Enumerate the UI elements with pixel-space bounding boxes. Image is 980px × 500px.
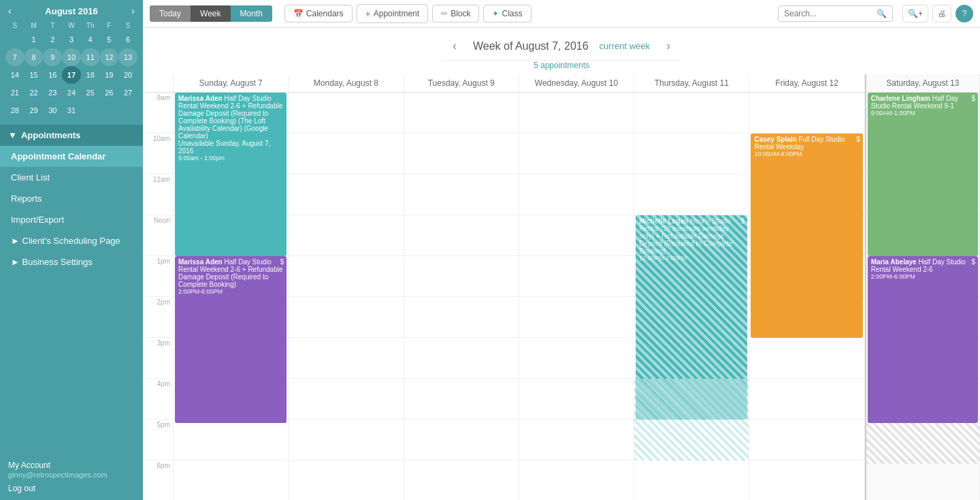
hour-block[interactable] [634, 174, 749, 215]
hour-block[interactable] [289, 420, 403, 460]
mini-cal-day[interactable]: 9 [43, 48, 62, 66]
next-month-button[interactable]: › [129, 5, 137, 16]
hour-block[interactable] [404, 215, 519, 256]
hour-block[interactable] [749, 338, 864, 379]
hour-block[interactable] [404, 297, 519, 338]
mini-cal-day[interactable]: 16 [43, 66, 62, 84]
print-button[interactable]: 🖨 [932, 5, 951, 22]
mini-cal-day[interactable]: 11 [81, 48, 100, 66]
mini-cal-day[interactable]: 5 [100, 31, 119, 48]
mini-cal-day[interactable]: 19 [100, 66, 119, 84]
mini-cal-day[interactable]: 4 [81, 31, 100, 48]
mini-cal-day[interactable]: 2 [43, 31, 62, 48]
mini-cal-day[interactable]: 20 [118, 66, 137, 84]
hour-block[interactable] [174, 420, 288, 460]
hour-block[interactable] [749, 93, 864, 134]
hour-block[interactable] [519, 297, 634, 338]
help-button[interactable]: ? [956, 5, 973, 22]
today-button[interactable]: Today [150, 5, 191, 22]
zoom-button[interactable]: 🔍+ [902, 5, 928, 22]
logout-button[interactable]: Log out [8, 484, 135, 493]
hour-block[interactable] [404, 174, 519, 215]
hour-block[interactable] [404, 460, 519, 500]
mini-cal-day[interactable]: 25 [81, 84, 100, 101]
hour-block[interactable] [749, 420, 864, 460]
hour-block[interactable] [519, 460, 634, 500]
calendars-button[interactable]: 📅 Calendars [284, 5, 353, 22]
search-box[interactable]: 🔍 [778, 5, 893, 22]
hour-block[interactable] [634, 134, 749, 174]
mini-cal-day[interactable]: 7 [5, 48, 24, 66]
hour-block[interactable] [404, 256, 519, 297]
event-block[interactable]: Marissa Aden Half Day Studio Rental Week… [175, 93, 287, 256]
mini-cal-day[interactable]: 18 [81, 66, 100, 84]
event-block[interactable]: $Charlene Lingham Half Day Studio Rental… [868, 93, 978, 256]
sidebar-item-client-list[interactable]: Client List [0, 167, 143, 188]
hour-block[interactable] [404, 134, 519, 174]
hour-block[interactable] [289, 256, 403, 297]
hour-block[interactable] [749, 460, 864, 500]
mini-cal-day[interactable]: 13 [118, 48, 137, 66]
hour-block[interactable] [404, 338, 519, 379]
hour-block[interactable] [289, 379, 403, 420]
hour-block[interactable] [289, 297, 403, 338]
mini-cal-day[interactable]: 14 [5, 66, 24, 84]
search-input[interactable] [784, 9, 872, 18]
event-block[interactable]: $Maria Abelaye Half Day Studio Rental We… [868, 256, 978, 423]
mini-cal-day[interactable]: 29 [24, 101, 44, 119]
hour-block[interactable] [519, 215, 634, 256]
mini-cal-day[interactable]: 8 [24, 48, 44, 66]
hour-block[interactable] [634, 460, 749, 500]
next-week-button[interactable]: › [661, 37, 676, 54]
mini-cal-day[interactable]: 15 [24, 66, 44, 84]
hour-block[interactable] [519, 379, 634, 420]
hour-block[interactable] [289, 93, 403, 134]
hour-block[interactable] [174, 460, 288, 500]
user-email[interactable]: ginny@retrospectimages.com [8, 471, 108, 479]
mini-cal-day[interactable]: 1 [24, 31, 44, 48]
mini-cal-day[interactable]: 30 [43, 101, 62, 119]
hour-block[interactable] [749, 379, 864, 420]
hour-block[interactable] [289, 215, 403, 256]
mini-cal-day[interactable]: 23 [43, 84, 62, 101]
mini-cal-day[interactable]: 28 [5, 101, 24, 119]
hour-block[interactable] [519, 93, 634, 134]
month-button[interactable]: Month [231, 5, 272, 22]
sidebar-item-reports[interactable]: Reports [0, 188, 143, 209]
hour-block[interactable] [289, 338, 403, 379]
week-button[interactable]: Week [191, 5, 230, 22]
current-week-link[interactable]: current week [600, 41, 650, 51]
hour-block[interactable] [519, 256, 634, 297]
prev-month-button[interactable]: ‹ [5, 5, 14, 16]
hour-block[interactable] [289, 174, 403, 215]
mini-cal-day[interactable]: 10 [62, 48, 81, 66]
hour-block[interactable] [519, 420, 634, 460]
hour-block[interactable] [404, 379, 519, 420]
sidebar-item-client-scheduling[interactable]: ► Client's Scheduling Page [0, 230, 143, 251]
appointments-section-header[interactable]: ▼ Appointments [0, 125, 143, 146]
sidebar-item-business-settings[interactable]: ► Business Settings [0, 251, 143, 272]
hour-block[interactable] [519, 174, 634, 215]
sidebar-item-import-export[interactable]: Import/Export [0, 209, 143, 230]
event-block[interactable]: $Casey Splain Full Day Studio Rental Wee… [751, 134, 862, 338]
sidebar-item-appointment-calendar[interactable]: Appointment Calendar [0, 146, 143, 167]
hour-block[interactable] [404, 93, 519, 134]
hour-block[interactable] [634, 93, 749, 134]
mini-cal-day[interactable]: 22 [24, 84, 44, 101]
mini-cal-day[interactable]: 24 [62, 84, 81, 101]
mini-cal-day[interactable]: 3 [62, 31, 81, 48]
mini-cal-day[interactable]: 17 [62, 66, 81, 84]
mini-cal-day[interactable]: 27 [118, 84, 137, 101]
mini-cal-day[interactable]: 26 [100, 84, 119, 101]
hour-block[interactable] [519, 134, 634, 174]
prev-week-button[interactable]: ‹ [447, 37, 462, 54]
hour-block[interactable] [404, 420, 519, 460]
mini-cal-day[interactable]: 31 [62, 101, 81, 119]
event-block[interactable]: $Marissa Aden Half Day Studio Rental Wee… [175, 256, 287, 423]
mini-cal-day[interactable]: 12 [100, 48, 119, 66]
hour-block[interactable] [519, 338, 634, 379]
hour-block[interactable] [866, 460, 979, 500]
mini-cal-day[interactable]: 6 [118, 31, 137, 48]
mini-cal-day[interactable]: 21 [5, 84, 24, 101]
hour-block[interactable] [289, 134, 403, 174]
